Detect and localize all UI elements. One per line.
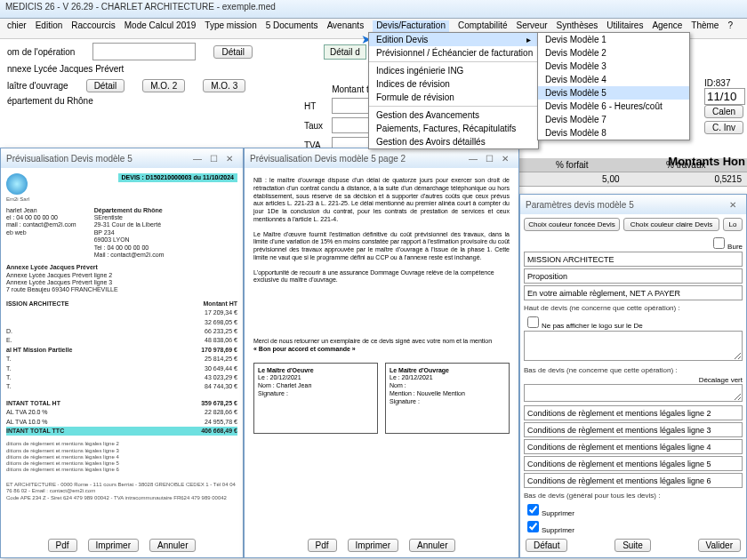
preview1-window: Prévisualisation Devis modèle 5—☐✕ Em2i … [0, 148, 244, 558]
max-icon[interactable]: ☐ [481, 154, 497, 164]
preview2-window: Prévisualisation Devis modèle 5 page 2—☐… [244, 148, 519, 558]
annuler-button[interactable]: Annuler [409, 539, 455, 552]
label-taux: Taux [301, 116, 326, 134]
pdf-button[interactable]: Pdf [308, 539, 337, 552]
menu-fichier[interactable]: chier [7, 20, 27, 36]
label-maitre-ouvrage: laître d'ouvrage [7, 81, 68, 91]
nologo-checkbox[interactable] [527, 316, 539, 328]
submenu-paiements[interactable]: Paiements, Factures, Récapitulatifs [369, 122, 538, 135]
app-titlebar: MEDICIS 26 - V 26.29 - CHARLET ARCHITECT… [0, 0, 747, 19]
modele-2[interactable]: Devis Modèle 2 [538, 46, 689, 60]
bure-label: Bure [727, 243, 743, 251]
legal-input-6[interactable] [524, 473, 743, 488]
valider-button[interactable]: Valider [698, 539, 741, 552]
submenu-edition-devis[interactable]: Edition Devis▸ [369, 33, 538, 46]
mo3-button[interactable]: M.O. 3 [203, 79, 245, 92]
montants-heading: Montants Hon [668, 155, 745, 168]
dep-line: 29-31 Cour de la Liberté [94, 221, 165, 228]
addr-line: mail : contact@em2i.com [6, 221, 76, 228]
date-input[interactable] [704, 88, 745, 105]
max-icon[interactable]: ☐ [205, 154, 221, 164]
min-icon[interactable]: — [465, 154, 481, 164]
supp2-checkbox[interactable] [527, 521, 539, 532]
tbl-hd2: Montant HT [156, 300, 237, 308]
operation-input[interactable] [92, 43, 196, 60]
pdf-button[interactable]: Pdf [48, 539, 77, 552]
legal-input-2[interactable] [524, 405, 743, 420]
submenu-avancements[interactable]: Gestion des Avancements [369, 108, 538, 122]
suite-button[interactable]: Suite [614, 539, 651, 552]
modele-5[interactable]: Devis Modèle 5 [538, 86, 689, 100]
modele-3[interactable]: Devis Modèle 3 [538, 60, 689, 73]
imprimer-button[interactable]: Imprimer [88, 539, 139, 552]
objet-line: Annexe Lycée Jacques Prévert [6, 264, 237, 271]
menu-typemission[interactable]: Type mission [205, 20, 256, 36]
modele-6[interactable]: Devis Modèle 6 - Heures/coût [538, 100, 689, 113]
menu-documents[interactable]: 5 Documents [266, 20, 318, 36]
label-operation: om de l'opération [7, 47, 75, 57]
color-dark-button[interactable]: Choix couleur foncée Devis [524, 218, 620, 231]
min-icon[interactable]: — [189, 154, 205, 164]
modele-7[interactable]: Devis Modèle 7 [538, 113, 689, 126]
devis-submenu: Edition Devis▸ Prévisionnel / Échéancier… [368, 32, 539, 149]
menu-avenants[interactable]: Avenants [327, 20, 365, 36]
detail-mo-button[interactable]: Détail [86, 79, 125, 92]
basgen-label: Bas de devis (général pour tous les devi… [524, 492, 743, 500]
objet-line: 7 route Beaujeu 69340 FRANCHEVILLE [6, 286, 237, 293]
detail-button[interactable]: Détail [213, 45, 253, 59]
params-title: Paramètres devis modèle 5 [526, 200, 634, 210]
close-icon[interactable]: ✕ [497, 154, 513, 164]
preview1-title: Prévisualisation Devis modèle 5 [6, 154, 133, 164]
bas-textarea[interactable] [524, 384, 743, 402]
haut-label: Haut de devis (ne concerne que cette opé… [524, 304, 743, 312]
legal-input-3[interactable] [524, 422, 743, 437]
netapayer-input[interactable] [524, 285, 743, 300]
supp1-checkbox[interactable] [527, 504, 539, 516]
menu-edition[interactable]: Edition [36, 20, 63, 36]
ack-text: Merci de nous retourner un exemplaire de… [253, 338, 510, 346]
calen-button[interactable]: Calen [704, 105, 743, 118]
proposition-input[interactable] [524, 268, 743, 284]
menu-modecalcul[interactable]: Mode Calcul 2019 [124, 20, 197, 36]
imprimer-button[interactable]: Imprimer [348, 539, 398, 552]
travaux-val[interactable]: 0,5215 [625, 172, 747, 187]
submenu-previsionnel[interactable]: Prévisionnel / Échéancier de facturation [369, 46, 538, 60]
modele-8[interactable]: Devis Modèle 8 [538, 126, 689, 140]
submenu-avoirs[interactable]: Gestion des Avoirs détaillés [369, 135, 538, 148]
id-label: ID:837 [704, 78, 745, 88]
menu-theme[interactable]: Thème [691, 20, 719, 36]
company-name: Em2i Sarl [6, 196, 29, 203]
close-icon[interactable]: ✕ [221, 154, 237, 164]
addr-line: harlet Jean [6, 207, 76, 214]
modele-1[interactable]: Devis Modèle 1 [538, 33, 689, 46]
annuler-button[interactable]: Annuler [149, 539, 196, 552]
mo2-button[interactable]: M.O. 2 [142, 79, 185, 92]
legal-input-4[interactable] [524, 439, 743, 454]
legal-input-5[interactable] [524, 456, 743, 471]
label-ht: HT [301, 97, 326, 115]
nb-text: NB : le maître d'ouvrage dispose d'un dé… [253, 177, 510, 224]
forfait-val[interactable]: 5,00 [519, 172, 625, 187]
tbl-hd1: ISSION ARCHITECTE [6, 300, 156, 308]
cinv-button[interactable]: C. Inv [704, 121, 743, 134]
menu-raccourcis[interactable]: Raccourcis [71, 20, 115, 36]
modele-4[interactable]: Devis Modèle 4 [538, 73, 689, 86]
params-window: Paramètres devis modèle 5✕ Choix couleur… [519, 194, 747, 558]
menu-help[interactable]: ? [727, 20, 733, 36]
color-light-button[interactable]: Choix couleur claire Devis [623, 218, 719, 231]
mission-input[interactable] [524, 252, 743, 267]
haut-textarea[interactable] [524, 331, 743, 361]
submenu-formule[interactable]: Formule de révision [369, 91, 538, 104]
bure-checkbox[interactable] [713, 237, 725, 249]
legal-line: ditions de règlement et mentions légales… [6, 448, 237, 454]
company-logo [6, 173, 28, 195]
objet-line: Annexe Lycée Jacques Prévert ligne 3 [6, 279, 237, 286]
dep-line: BP 234 [94, 229, 165, 236]
submenu-indices-ing[interactable]: Indices ingénierie ING [369, 64, 538, 77]
close-icon[interactable]: ✕ [725, 200, 741, 210]
lo-button[interactable]: Lo [723, 218, 743, 231]
p2-text: Le Maître d'œuvre fournit l'estimation d… [253, 231, 510, 262]
submenu-indices-rev[interactable]: Indices de révision [369, 77, 538, 91]
sig-moa: Le Maître d'Ouvrage Le : 20/12/2021 Nom … [385, 363, 510, 434]
defaut-button[interactable]: Défaut [526, 539, 567, 552]
